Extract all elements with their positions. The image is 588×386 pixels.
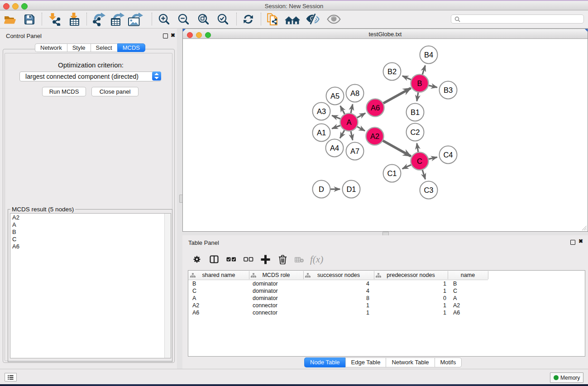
- svg-text:D: D: [319, 185, 324, 193]
- svg-text:D1: D1: [346, 185, 356, 193]
- svg-text:C4: C4: [443, 151, 453, 159]
- svg-text:A1: A1: [317, 129, 326, 137]
- svg-text:C: C: [417, 157, 422, 165]
- svg-text:B2: B2: [387, 67, 397, 76]
- svg-text:A: A: [346, 118, 351, 126]
- svg-text:A6: A6: [371, 104, 380, 112]
- svg-text:A4: A4: [330, 144, 339, 152]
- svg-text:C1: C1: [387, 169, 397, 177]
- svg-text:C3: C3: [424, 186, 433, 194]
- svg-text:A8: A8: [350, 89, 359, 97]
- svg-text:C2: C2: [410, 128, 420, 136]
- svg-text:B4: B4: [424, 51, 433, 59]
- svg-text:B1: B1: [411, 108, 420, 116]
- svg-text:A2: A2: [370, 132, 379, 140]
- svg-text:A3: A3: [317, 107, 326, 115]
- svg-text:B: B: [417, 79, 422, 87]
- svg-text:A5: A5: [330, 92, 339, 100]
- svg-text:A7: A7: [350, 147, 359, 155]
- svg-text:B3: B3: [444, 86, 453, 94]
